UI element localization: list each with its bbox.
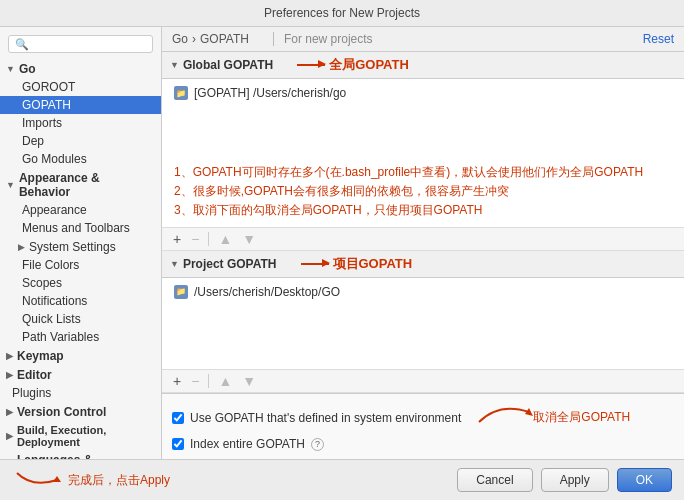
global-down-btn[interactable]: ▼ <box>239 231 259 247</box>
note-2: 2、很多时候,GOPATH会有很多相同的依赖包，很容易产生冲突 <box>174 182 672 201</box>
sidebar-item-label: Quick Lists <box>22 312 81 326</box>
global-annotation-text: 全局GOPATH <box>329 56 409 74</box>
use-system-gopath-checkbox[interactable] <box>172 412 184 424</box>
help-icon[interactable]: ? <box>311 438 324 451</box>
project-gopath-header: ▼ Project GOPATH 项目GOPATH <box>162 251 684 278</box>
index-gopath-row: Index entire GOPATH ? <box>172 435 674 453</box>
ss-arrow: ▶ <box>18 242 25 252</box>
global-toolbar: + − ▲ ▼ <box>162 227 684 251</box>
sidebar-item-label: Dep <box>22 134 44 148</box>
sidebar-item-label: Editor <box>17 368 52 382</box>
bottom-controls: Use GOPATH that's defined in system envi… <box>162 393 684 459</box>
sidebar-item-label: Path Variables <box>22 330 99 344</box>
vc-arrow: ▶ <box>6 407 13 417</box>
project-gopath-section: ▼ Project GOPATH 项目GOPATH 📁 /Users/cheri… <box>162 251 684 393</box>
sidebar-item-label: File Colors <box>22 258 79 272</box>
sidebar-item-file-colors[interactable]: File Colors <box>0 256 161 274</box>
global-gopath-item[interactable]: 📁 [GOPATH] /Users/cherish/go <box>162 83 684 103</box>
window-title: Preferences for New Projects <box>264 6 420 20</box>
cancel-gopath-text: 取消全局GOPATH <box>533 409 630 426</box>
sidebar-item-label: Scopes <box>22 276 62 290</box>
sidebar-item-notifications[interactable]: Notifications <box>0 292 161 310</box>
global-gopath-path: [GOPATH] /Users/cherish/go <box>194 86 346 100</box>
sidebar-item-gopath[interactable]: GOPATH <box>0 96 161 114</box>
tab-label: For new projects <box>273 32 373 46</box>
global-gopath-section: ▼ Global GOPATH 全局GOPATH 📁 [GOPATH] /Use… <box>162 52 684 251</box>
sidebar-item-languages-frameworks[interactable]: ▶ Languages & Frameworks <box>0 450 161 459</box>
sidebar-item-appearance-behavior[interactable]: ▼ Appearance & Behavior <box>0 168 161 201</box>
sidebar-item-build-execution[interactable]: ▶ Build, Execution, Deployment <box>0 421 161 450</box>
note-1: 1、GOPATH可同时存在多个(在.bash_profile中查看)，默认会使用… <box>174 163 672 182</box>
sidebar-item-editor[interactable]: ▶ Editor <box>0 365 161 384</box>
sidebar-item-label: System Settings <box>29 240 116 254</box>
sidebar-item-appearance[interactable]: Appearance <box>0 201 161 219</box>
sidebar-item-label: Imports <box>22 116 62 130</box>
project-arrow-icon: ▼ <box>170 259 179 269</box>
project-folder-icon: 📁 <box>174 285 188 299</box>
project-gopath-item[interactable]: 📁 /Users/cherish/Desktop/GO <box>162 282 684 302</box>
project-gopath-path: /Users/cherish/Desktop/GO <box>194 285 340 299</box>
project-up-btn[interactable]: ▲ <box>215 373 235 389</box>
sidebar-item-scopes[interactable]: Scopes <box>0 274 161 292</box>
breadcrumb-go: Go <box>172 32 188 46</box>
global-arrow-icon: ▼ <box>170 60 179 70</box>
checkboxes-area: Use GOPATH that's defined in system envi… <box>162 394 684 459</box>
sidebar-item-goroot[interactable]: GOROOT <box>0 78 161 96</box>
sidebar-item-label: Go <box>19 62 36 76</box>
breadcrumb: Go › GOPATH For new projects <box>172 32 373 46</box>
sidebar-item-dep[interactable]: Dep <box>0 132 161 150</box>
sidebar-item-quick-lists[interactable]: Quick Lists <box>0 310 161 328</box>
content-body: ▼ Global GOPATH 全局GOPATH 📁 [GOPATH] /Use… <box>162 52 684 459</box>
global-gopath-header: ▼ Global GOPATH 全局GOPATH <box>162 52 684 79</box>
global-up-btn[interactable]: ▲ <box>215 231 235 247</box>
sidebar-item-imports[interactable]: Imports <box>0 114 161 132</box>
search-input[interactable] <box>8 35 153 53</box>
sidebar-item-label: Appearance <box>22 203 87 217</box>
project-toolbar: + − ▲ ▼ <box>162 369 684 393</box>
global-gopath-label: Global GOPATH <box>183 58 273 72</box>
project-down-btn[interactable]: ▼ <box>239 373 259 389</box>
sidebar-item-version-control[interactable]: ▶ Version Control <box>0 402 161 421</box>
sidebar-item-label: GOROOT <box>22 80 75 94</box>
use-system-gopath-label[interactable]: Use GOPATH that's defined in system envi… <box>190 411 461 425</box>
sidebar-item-system-settings[interactable]: ▶ System Settings <box>0 237 161 256</box>
sidebar-item-menus-toolbars[interactable]: Menus and Toolbars <box>0 219 161 237</box>
sidebar-item-keymap[interactable]: ▶ Keymap <box>0 346 161 365</box>
project-remove-btn[interactable]: − <box>188 373 202 389</box>
svg-marker-1 <box>53 476 61 482</box>
sidebar-item-label: Menus and Toolbars <box>22 221 130 235</box>
sidebar-item-plugins[interactable]: Plugins <box>0 384 161 402</box>
go-arrow: ▼ <box>6 64 15 74</box>
title-bar: Preferences for New Projects <box>0 0 684 27</box>
project-annotation-text: 项目GOPATH <box>333 255 413 273</box>
sidebar-item-gomodules[interactable]: Go Modules <box>0 150 161 168</box>
search-container[interactable] <box>0 31 161 57</box>
global-remove-btn[interactable]: − <box>188 231 202 247</box>
use-system-gopath-row: Use GOPATH that's defined in system envi… <box>172 400 674 435</box>
index-gopath-checkbox[interactable] <box>172 438 184 450</box>
global-gopath-list: 📁 [GOPATH] /Users/cherish/go <box>162 79 684 159</box>
reset-link[interactable]: Reset <box>643 32 674 46</box>
be-arrow: ▶ <box>6 431 13 441</box>
sidebar-item-label: Build, Execution, Deployment <box>17 424 153 448</box>
folder-icon: 📁 <box>174 86 188 100</box>
sidebar-item-path-variables[interactable]: Path Variables <box>0 328 161 346</box>
sidebar: ▼ Go GOROOT GOPATH Imports Dep Go Module… <box>0 27 162 459</box>
sidebar-item-label: Notifications <box>22 294 87 308</box>
editor-arrow: ▶ <box>6 370 13 380</box>
footer: 完成后，点击Apply Cancel Apply OK <box>0 459 684 500</box>
toolbar-sep2 <box>208 374 209 388</box>
global-add-btn[interactable]: + <box>170 231 184 247</box>
cancel-button[interactable]: Cancel <box>457 468 532 492</box>
apply-annotation-text: 完成后，点击Apply <box>68 472 170 489</box>
project-gopath-list: 📁 /Users/cherish/Desktop/GO <box>162 278 684 369</box>
sidebar-item-label: Version Control <box>17 405 106 419</box>
sidebar-item-label: Appearance & Behavior <box>19 171 153 199</box>
index-gopath-label[interactable]: Index entire GOPATH <box>190 437 305 451</box>
project-add-btn[interactable]: + <box>170 373 184 389</box>
sidebar-item-go[interactable]: ▼ Go <box>0 59 161 78</box>
breadcrumb-sep: › <box>192 32 196 46</box>
ok-button[interactable]: OK <box>617 468 672 492</box>
note-3: 3、取消下面的勾取消全局GOPATH，只使用项目GOPATH <box>174 201 672 220</box>
apply-button[interactable]: Apply <box>541 468 609 492</box>
